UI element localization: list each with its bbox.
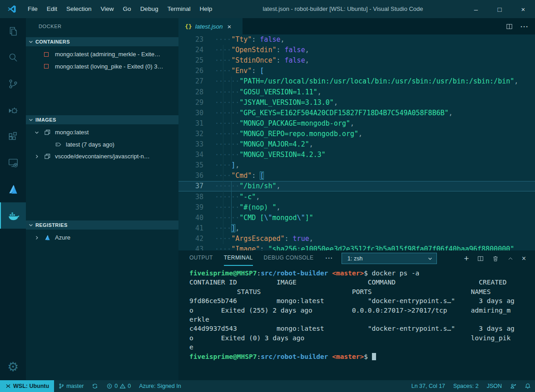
status-cursor-position[interactable]: Ln 37, Col 17 — [407, 380, 449, 392]
code-line-24[interactable]: 24····"OpenStdin": false, — [178, 45, 535, 55]
code-line-29[interactable]: 29······"JSYAML_VERSION=3.13.0", — [178, 98, 535, 108]
code-line-38[interactable]: 38······"-c", — [178, 192, 535, 202]
line-number: 26 — [178, 66, 203, 76]
code-line-28[interactable]: 28······"GOSU_VERSION=1.11", — [178, 87, 535, 98]
code-line-31[interactable]: 31······"MONGO_PACKAGE=mongodb-org", — [178, 118, 535, 129]
line-number: 40 — [178, 213, 203, 223]
terminal-select[interactable]: 1: zsh — [342, 253, 437, 264]
terminal-text: erkle — [189, 316, 209, 323]
code-line-40[interactable]: 40······"CMD [\"mongod\"]" — [178, 213, 535, 223]
panel-more-icon[interactable]: ··· — [326, 255, 333, 262]
token-p: , — [281, 35, 285, 44]
minimize-button[interactable]: – — [464, 0, 488, 18]
tab-close-icon[interactable]: × — [227, 23, 231, 30]
azure-icon — [44, 234, 55, 241]
whitespace-dots: ······ — [215, 151, 239, 159]
menu-file[interactable]: File — [23, 0, 42, 18]
activity-extensions[interactable] — [0, 123, 26, 150]
activity-explorer[interactable] — [0, 18, 26, 44]
status-remote-indicator[interactable]: WSL: Ubuntu — [0, 380, 54, 392]
activity-remote-explorer[interactable] — [0, 150, 26, 176]
menu-help[interactable]: Help — [195, 0, 217, 18]
token-br: [ — [260, 67, 264, 75]
close-button[interactable]: × — [511, 0, 535, 18]
code-line-33[interactable]: 33······"MONGO_MAJOR=4.2", — [178, 139, 535, 150]
code-line-27[interactable]: 27······"PATH=/usr/local/sbin:/usr/local… — [178, 76, 535, 87]
code-line-42[interactable]: 42····"ArgsEscaped": true, — [178, 234, 535, 244]
code-line-37[interactable]: 37······"/bin/sh", — [178, 181, 535, 191]
token-p: , — [334, 98, 338, 107]
code-line-32[interactable]: 32······"MONGO_REPO=repo.mongodb.org", — [178, 129, 535, 139]
terminal-text: o Exited (255) 2 days ago 0.0.0.0:27017-… — [189, 307, 510, 314]
new-terminal-icon[interactable]: + — [464, 254, 469, 263]
activity-docker[interactable] — [0, 202, 26, 229]
menu-selection[interactable]: Selection — [62, 0, 96, 18]
code-line-26[interactable]: 26····"Env": [ — [178, 66, 535, 76]
whitespace-dots: ······ — [215, 140, 239, 148]
terminal[interactable]: fiveisprime@MHSP7:src/robot-builder <mas… — [189, 268, 535, 380]
token-b: false — [285, 46, 305, 54]
terminal-text: fiveisprime@MHSP7 — [189, 353, 257, 360]
activity-run-debug[interactable] — [0, 97, 26, 123]
status-problems[interactable]: 00 — [102, 380, 135, 392]
section-header-registries[interactable]: REGISTRIES — [26, 220, 178, 230]
section-header-images[interactable]: IMAGES — [26, 115, 178, 124]
code-line-35[interactable]: 35····], — [178, 160, 535, 171]
tree-item[interactable]: mongo:latest — [26, 126, 178, 138]
menu-view[interactable]: View — [96, 0, 119, 18]
panel-tab-debug-console[interactable]: DEBUG CONSOLE — [264, 250, 314, 266]
token-s: "/bin/sh" — [239, 182, 276, 190]
token-s: "-c" — [239, 193, 256, 201]
menu-terminal[interactable]: Terminal — [163, 0, 195, 18]
tree-item[interactable]: latest (7 days ago) — [26, 138, 178, 151]
code-line-34[interactable]: 34······"MONGO_VERSION=4.2.3" — [178, 150, 535, 160]
code-line-39[interactable]: 39······"#(nop) ", — [178, 202, 535, 213]
status-git-sync[interactable] — [88, 380, 102, 392]
activity-manage[interactable]: ⚙ — [0, 354, 26, 380]
code-line-23[interactable]: 23····"Tty": false, — [178, 34, 535, 45]
panel-tab-terminal[interactable]: TERMINAL — [224, 250, 253, 266]
status-git-branch[interactable]: master — [54, 380, 88, 392]
code-line-43[interactable]: 43····"Image": "sha256:e10050ee3d2e3512f… — [178, 244, 535, 250]
section-header-containers[interactable]: CONTAINERS — [26, 37, 178, 46]
activity-source-control[interactable] — [0, 71, 26, 97]
status-language-mode[interactable]: JSON — [483, 380, 506, 392]
menu-debug[interactable]: Debug — [136, 0, 163, 18]
terminal-row: fiveisprime@MHSP7:src/robot-builder <mas… — [189, 269, 419, 278]
activity-search[interactable] — [0, 44, 26, 71]
kill-terminal-icon[interactable] — [492, 255, 499, 262]
image-icon — [44, 129, 55, 136]
tree-item[interactable]: Azure — [26, 231, 178, 244]
maximize-panel-icon[interactable] — [507, 255, 514, 262]
whitespace-dots: ······ — [215, 119, 239, 127]
code-line-25[interactable]: 25····"StdinOnce": false, — [178, 55, 535, 66]
tree-item[interactable]: mongo:latest (admiring_merkle - Exite… — [26, 48, 178, 60]
activity-azure[interactable] — [0, 176, 26, 202]
code-editor[interactable]: 23····"Tty": false,24····"OpenStdin": fa… — [178, 34, 535, 250]
close-panel-icon[interactable]: × — [522, 255, 526, 262]
status-text: Ln 37, Col 17 — [411, 383, 445, 389]
code-line-36[interactable]: 36····"Cmd": [ — [178, 171, 535, 181]
line-number: 36 — [178, 171, 203, 181]
menu-go[interactable]: Go — [119, 0, 136, 18]
split-terminal-icon[interactable] — [477, 255, 484, 262]
tab-latest-json[interactable]: {} latest.json × — [178, 18, 243, 34]
maximize-button[interactable]: □ — [488, 0, 511, 18]
code-line-41[interactable]: 41····], — [178, 223, 535, 234]
tree-item[interactable]: vscode/devcontainers/javascript-n… — [26, 150, 178, 162]
code-line-30[interactable]: 30······"GPG_KEYS=E162F504A20CDF15827F71… — [178, 108, 535, 118]
more-actions-icon[interactable]: ··· — [520, 23, 529, 30]
status-azure-signin[interactable]: Azure: Signed In — [135, 380, 185, 392]
token-p: : — [252, 35, 260, 44]
container-icon — [44, 52, 55, 57]
whitespace-dots: ······ — [215, 214, 239, 222]
menu-edit[interactable]: Edit — [42, 0, 62, 18]
split-editor-icon[interactable] — [505, 23, 513, 30]
line-number: 25 — [178, 55, 203, 66]
tree-item[interactable]: mongo:latest (loving_pike - Exited (0) 3… — [26, 60, 178, 73]
panel-tab-output[interactable]: OUTPUT — [189, 250, 213, 266]
status-indentation[interactable]: Spaces: 2 — [449, 380, 483, 392]
status-feedback[interactable] — [506, 380, 520, 392]
status-notifications[interactable] — [520, 380, 535, 392]
container-icon — [44, 64, 55, 69]
